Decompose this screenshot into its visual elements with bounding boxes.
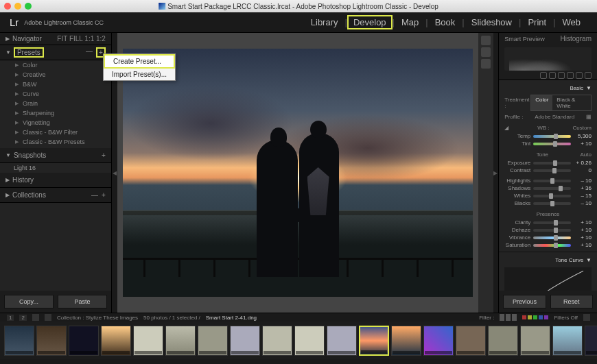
close-window-button[interactable] — [4, 3, 11, 10]
right-panel-collapse[interactable]: ▶ — [493, 33, 499, 313]
color-filter-blue[interactable] — [539, 315, 543, 319]
paste-button[interactable]: Paste — [58, 295, 107, 308]
thumbnail[interactable] — [552, 326, 583, 356]
filters-off-label[interactable]: Filters Off — [554, 315, 578, 321]
module-book[interactable]: Book — [428, 17, 463, 27]
grid-icon[interactable] — [32, 314, 39, 321]
thumbnail[interactable] — [101, 326, 131, 356]
window-titlebar: Smart Start Package LRCC Classic.lrcat -… — [0, 0, 597, 12]
color-filter-green[interactable] — [533, 315, 537, 319]
shadows-slider[interactable] — [533, 187, 571, 190]
histogram[interactable] — [499, 45, 597, 80]
preview-image[interactable] — [123, 49, 473, 297]
preset-group[interactable]: ▶Classic - B&W Presets — [0, 137, 111, 147]
color-filter-red[interactable] — [522, 315, 526, 319]
clarity-slider[interactable] — [533, 221, 571, 224]
thumbnail[interactable] — [391, 326, 421, 356]
preset-group[interactable]: ▶Grain — [0, 99, 111, 108]
preset-group[interactable]: ▶Vignetting — [0, 118, 111, 128]
thumbnail[interactable] — [165, 326, 196, 356]
presets-panel-header[interactable]: ▼Presets—+ — [0, 45, 111, 60]
collections-panel-header[interactable]: ▶Collections—+ — [0, 188, 111, 203]
redeye-tool-icon[interactable] — [558, 72, 565, 79]
thumbnail[interactable] — [520, 326, 550, 356]
preset-group[interactable]: ▶Classic - B&W Filter — [0, 128, 111, 137]
thumbnail[interactable] — [230, 326, 260, 356]
sort-icon[interactable] — [45, 314, 51, 321]
tone-curve[interactable] — [504, 267, 592, 291]
flag-filter-icon[interactable] — [512, 314, 517, 321]
thumbnail[interactable] — [4, 326, 34, 356]
history-panel-header[interactable]: ▶History — [0, 173, 111, 188]
maximize-window-button[interactable] — [25, 3, 32, 10]
menu-create-preset[interactable]: Create Preset... — [104, 54, 175, 69]
screen-mode-icon[interactable]: 1 — [7, 315, 14, 321]
thumbnail[interactable] — [327, 326, 357, 356]
preset-group[interactable]: ▶Color — [0, 60, 111, 70]
reset-button[interactable]: Reset — [550, 295, 593, 308]
thumbnail[interactable] — [423, 326, 454, 356]
treatment-toggle[interactable]: ColorBlack & White — [530, 95, 592, 111]
module-library[interactable]: Library — [304, 17, 345, 27]
flag-filter-icon[interactable] — [500, 314, 504, 321]
gradient-tool-icon[interactable] — [567, 72, 574, 79]
navigator-panel-header[interactable]: ▶NavigatorFIT FILL 1:1 1:2 — [0, 33, 111, 45]
module-web[interactable]: Web — [556, 17, 588, 27]
wb-dropdown[interactable]: Custom — [572, 125, 592, 131]
screen-mode-icon[interactable]: 2 — [19, 315, 26, 321]
blacks-slider[interactable] — [533, 202, 571, 205]
crop-tool-icon[interactable] — [540, 72, 547, 79]
filter-lock-icon[interactable] — [583, 314, 590, 321]
flag-filter-icon[interactable] — [506, 314, 511, 321]
thumbnail[interactable] — [198, 326, 228, 356]
vibrance-slider[interactable] — [533, 236, 571, 239]
thumbnail[interactable] — [456, 326, 486, 356]
radial-tool-icon[interactable] — [576, 72, 583, 79]
preset-group[interactable]: ▶Curve — [0, 89, 111, 99]
tint-slider[interactable] — [533, 143, 571, 145]
before-after-icon[interactable] — [481, 47, 491, 57]
tonecurve-panel-header[interactable]: Tone Curve▼ — [504, 255, 592, 265]
dehaze-slider[interactable] — [533, 229, 571, 232]
module-slideshow[interactable]: Slideshow — [465, 17, 519, 27]
module-map[interactable]: Map — [395, 17, 425, 27]
preset-group[interactable]: ▶B&W — [0, 80, 111, 89]
minimize-window-button[interactable] — [14, 3, 21, 10]
thumbnail[interactable] — [294, 326, 325, 356]
loupe-view-icon[interactable] — [481, 36, 491, 45]
menu-import-preset[interactable]: Import Preset(s)... — [104, 69, 175, 80]
saturation-slider[interactable] — [533, 244, 571, 247]
exposure-slider[interactable] — [533, 162, 571, 165]
copy-button[interactable]: Copy... — [4, 295, 54, 308]
temp-slider[interactable] — [533, 135, 571, 138]
auto-tone-button[interactable]: Auto — [581, 151, 592, 158]
presets-minus-icon[interactable]: — — [86, 47, 93, 58]
module-develop[interactable]: Develop — [347, 15, 393, 29]
color-filter-purple[interactable] — [544, 315, 548, 319]
profile-dropdown[interactable]: Adobe Standard — [535, 114, 574, 120]
whites-slider[interactable] — [533, 195, 571, 197]
thumbnail[interactable] — [585, 326, 597, 356]
color-filter-yellow[interactable] — [528, 315, 532, 319]
thumbnail[interactable] — [262, 326, 292, 356]
filmstrip[interactable] — [0, 321, 597, 359]
profile-grid-icon[interactable]: ▦ — [586, 114, 592, 120]
previous-button[interactable]: Previous — [503, 295, 546, 308]
brush-tool-icon[interactable] — [585, 72, 592, 79]
snapshots-panel-header[interactable]: ▼Snapshots+ — [0, 148, 111, 163]
histogram-label[interactable]: Histogram — [560, 35, 592, 43]
preset-group[interactable]: ▶Creative — [0, 70, 111, 80]
snapshot-item[interactable]: Light 16 — [0, 163, 111, 173]
thumbnail-selected[interactable] — [359, 326, 389, 356]
thumbnail[interactable] — [133, 326, 163, 356]
thumbnail[interactable] — [488, 326, 518, 356]
basic-panel-header[interactable]: Basic▼ — [504, 83, 592, 93]
preset-group[interactable]: ▶Sharpening — [0, 108, 111, 118]
thumbnail[interactable] — [69, 326, 99, 356]
spot-tool-icon[interactable] — [549, 72, 556, 79]
highlights-slider[interactable] — [533, 180, 571, 182]
module-print[interactable]: Print — [521, 17, 553, 27]
contrast-slider[interactable] — [533, 169, 571, 172]
thumbnail[interactable] — [36, 326, 67, 356]
soft-proof-icon[interactable] — [481, 59, 491, 69]
